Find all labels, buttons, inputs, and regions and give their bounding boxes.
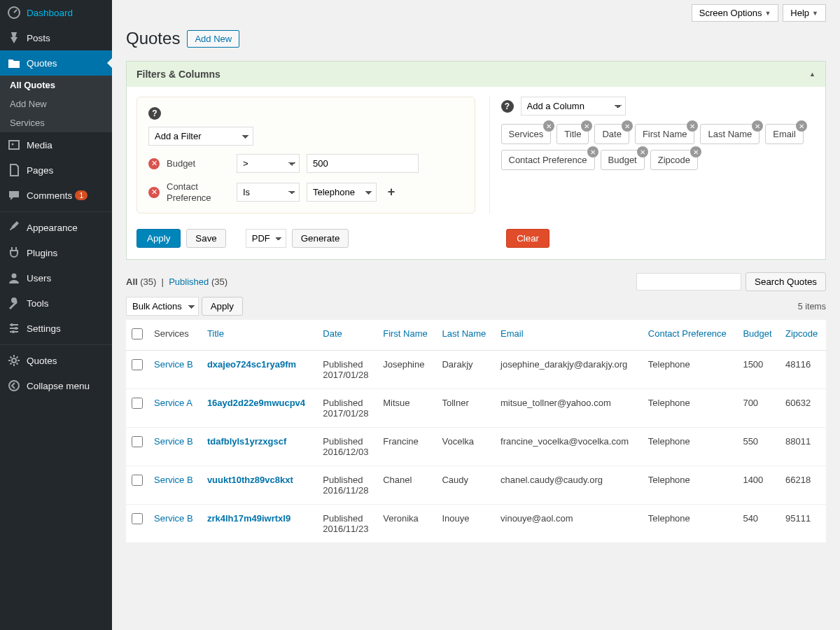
sidebar-item-tools[interactable]: Tools <box>0 290 112 316</box>
sidebar-item-plugins[interactable]: Plugins <box>0 240 112 265</box>
remove-chip-icon[interactable]: ✕ <box>587 146 598 158</box>
column-chip-first-name[interactable]: First Name✕ <box>635 124 695 144</box>
title-link[interactable]: vuukt10thz89vc8kxt <box>207 475 293 485</box>
row-checkbox[interactable] <box>132 475 143 486</box>
column-chip-services[interactable]: Services✕ <box>501 124 552 144</box>
add-new-button[interactable]: Add New <box>187 30 239 48</box>
remove-chip-icon[interactable]: ✕ <box>637 146 648 158</box>
col-title[interactable]: Title <box>202 320 317 351</box>
cell-firstname: Josephine <box>377 351 436 389</box>
col-email[interactable]: Email <box>495 320 643 351</box>
view-published[interactable]: Published <box>169 276 209 287</box>
bulk-apply-button[interactable]: Apply <box>202 297 243 316</box>
cell-firstname: Mitsue <box>377 389 436 428</box>
cell-zipcode: 95111 <box>780 505 826 543</box>
select-all-checkbox[interactable] <box>132 328 143 340</box>
sidebar-item-dashboard[interactable]: Dashboard <box>0 0 112 25</box>
sidebar-item-users[interactable]: Users <box>0 265 112 290</box>
plug-icon <box>7 246 21 260</box>
title-link[interactable]: tdafblyls1yrzxgscf <box>207 436 286 447</box>
service-link[interactable]: Service B <box>154 475 193 485</box>
cell-budget: 700 <box>737 389 780 428</box>
sidebar-item-quotes[interactable]: Quotes <box>0 50 112 76</box>
add-filter-icon[interactable]: + <box>384 185 399 200</box>
title-link[interactable]: dxajeo724sc1rya9fm <box>207 359 296 370</box>
remove-chip-icon[interactable]: ✕ <box>796 120 807 132</box>
column-chip-budget[interactable]: Budget✕ <box>601 150 645 170</box>
column-chip-zipcode[interactable]: Zipcode✕ <box>650 150 698 170</box>
sidebar-item-media[interactable]: Media <box>0 132 112 158</box>
sidebar-subitem-services[interactable]: Services <box>0 113 112 132</box>
sidebar-item-label: Tools <box>27 298 49 309</box>
filter-operator-select[interactable]: > <box>237 154 300 173</box>
add-column-select[interactable]: Add a Column <box>521 97 626 115</box>
row-checkbox[interactable] <box>132 513 143 524</box>
remove-chip-icon[interactable]: ✕ <box>543 120 554 132</box>
generate-button[interactable]: Generate <box>292 229 349 248</box>
sidebar-item-appearance[interactable]: Appearance <box>0 215 112 240</box>
sidebar-item-posts[interactable]: Posts <box>0 25 112 50</box>
sidebar-item-label: Media <box>27 140 52 150</box>
sidebar-subitem-all-quotes[interactable]: All Quotes <box>0 76 112 94</box>
clear-button[interactable]: Clear <box>506 229 550 248</box>
service-link[interactable]: Service B <box>154 436 193 447</box>
column-chip-last-name[interactable]: Last Name✕ <box>700 124 760 144</box>
title-link[interactable]: zrk4lh17m49iwrtxl9 <box>207 513 290 524</box>
title-link[interactable]: 16ayd2d22e9mwucpv4 <box>207 398 305 408</box>
column-chip-contact-preference[interactable]: Contact Preference✕ <box>501 150 595 170</box>
cell-budget: 1400 <box>737 466 780 505</box>
sidebar-subitem-add-new[interactable]: Add New <box>0 94 112 113</box>
apply-filters-button[interactable]: Apply <box>136 229 181 248</box>
quotes-table: ServicesTitleDateFirst NameLast NameEmai… <box>126 320 826 543</box>
filter-label: Budget <box>167 158 230 169</box>
search-input[interactable] <box>636 273 741 290</box>
cell-lastname: Caudy <box>436 466 495 505</box>
cell-contact-pref: Telephone <box>643 389 738 428</box>
column-chip-title[interactable]: Title✕ <box>556 124 589 144</box>
screen-options-button[interactable]: Screen Options ▼ <box>692 4 779 22</box>
remove-filter-icon[interactable]: ✕ <box>148 187 160 198</box>
remove-chip-icon[interactable]: ✕ <box>687 120 698 132</box>
cell-firstname: Veronika <box>377 505 436 543</box>
col-date[interactable]: Date <box>317 320 377 351</box>
help-icon[interactable]: ? <box>148 107 161 120</box>
row-checkbox[interactable] <box>132 398 143 409</box>
sidebar-item-comments[interactable]: Comments1 <box>0 183 112 208</box>
search-button[interactable]: Search Quotes <box>746 272 826 291</box>
remove-filter-icon[interactable]: ✕ <box>148 158 160 169</box>
view-links: All (35) | Published (35) <box>126 276 227 287</box>
help-button[interactable]: Help ▼ <box>783 4 826 22</box>
column-chip-email[interactable]: Email✕ <box>765 124 804 144</box>
column-chip-date[interactable]: Date✕ <box>594 124 629 144</box>
col-last-name[interactable]: Last Name <box>436 320 495 351</box>
remove-chip-icon[interactable]: ✕ <box>752 120 763 132</box>
filter-value-input[interactable] <box>307 154 419 173</box>
col-contact-preference[interactable]: Contact Preference <box>643 320 738 351</box>
save-filters-button[interactable]: Save <box>186 229 225 248</box>
bulk-actions-select[interactable]: Bulk Actions <box>126 297 199 316</box>
help-icon[interactable]: ? <box>501 100 514 113</box>
service-link[interactable]: Service A <box>154 398 192 408</box>
remove-chip-icon[interactable]: ✕ <box>581 120 592 132</box>
filter-operator-select[interactable]: Is <box>237 183 300 202</box>
sidebar-item-settings[interactable]: Settings <box>0 316 112 341</box>
service-link[interactable]: Service B <box>154 513 193 524</box>
page-title: Quotes <box>126 29 180 48</box>
service-link[interactable]: Service B <box>154 359 193 370</box>
add-filter-select[interactable]: Add a Filter <box>148 127 253 146</box>
row-checkbox[interactable] <box>132 359 143 370</box>
col-budget[interactable]: Budget <box>737 320 780 351</box>
sidebar-item-pages[interactable]: Pages <box>0 158 112 183</box>
sidebar-item-collapse-menu[interactable]: Collapse menu <box>0 373 112 398</box>
svg-rect-1 <box>9 141 19 149</box>
col-first-name[interactable]: First Name <box>377 320 436 351</box>
collapse-panel-icon[interactable]: ▲ <box>809 71 816 78</box>
filter-value-select[interactable]: Telephone <box>307 183 377 202</box>
sidebar-item-quotes[interactable]: Quotes <box>0 348 112 373</box>
col-zipcode[interactable]: Zipcode <box>780 320 826 351</box>
remove-chip-icon[interactable]: ✕ <box>690 146 701 158</box>
view-all[interactable]: All <box>126 276 138 287</box>
export-format-select[interactable]: PDF <box>246 229 286 248</box>
remove-chip-icon[interactable]: ✕ <box>622 120 633 132</box>
row-checkbox[interactable] <box>132 436 143 447</box>
